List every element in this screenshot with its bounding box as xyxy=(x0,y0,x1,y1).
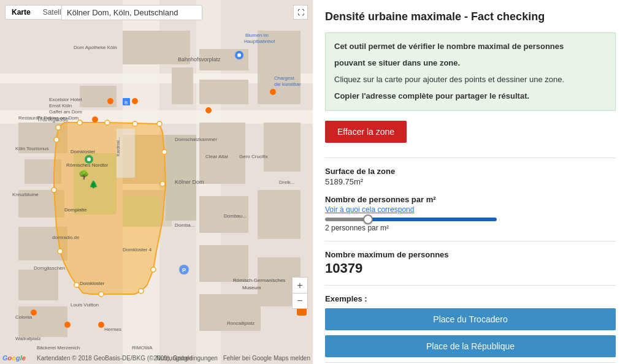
right-panel: Densité urbaine maximale - Fact checking… xyxy=(313,0,628,364)
map-search-input[interactable]: Kölner Dom, Köln, Deutschland xyxy=(61,5,202,20)
svg-text:Colonia: Colonia xyxy=(15,314,33,320)
surface-label: Surface de la zone xyxy=(325,167,616,176)
svg-rect-24 xyxy=(258,190,301,239)
svg-text:Bäckerei Merzenich: Bäckerei Merzenich xyxy=(37,345,80,351)
svg-point-31 xyxy=(77,120,82,125)
svg-text:B: B xyxy=(124,100,128,105)
divider-1 xyxy=(325,157,616,158)
map-footer-right: Nutzungsbedingungen Fehler bei Google Ma… xyxy=(156,355,310,362)
svg-point-37 xyxy=(151,267,156,272)
density-slider-container xyxy=(325,218,616,221)
svg-text:Chargest.: Chargest. xyxy=(274,75,296,81)
panel-title: Densité urbaine maximale - Fact checking xyxy=(325,10,616,24)
svg-point-35 xyxy=(162,150,167,154)
example-trocadero-button[interactable]: Place du Trocadero xyxy=(325,308,616,330)
svg-text:Hauptbahnhof: Hauptbahnhof xyxy=(244,39,275,44)
svg-text:die kunstbar: die kunstbar xyxy=(274,82,301,87)
svg-text:Ernst Köln: Ernst Köln xyxy=(49,103,72,108)
svg-rect-26 xyxy=(166,135,196,221)
examples-label: Exemples : xyxy=(325,294,616,303)
google-logo: Google xyxy=(2,354,26,362)
svg-text:Blumen im: Blumen im xyxy=(245,32,269,38)
svg-text:Domkloster: Domkloster xyxy=(71,149,96,154)
svg-text:Domplatte: Domplatte xyxy=(64,207,87,213)
svg-point-32 xyxy=(105,120,110,125)
info-box: Cet outil permet de vérifier le nombre m… xyxy=(325,32,616,110)
svg-text:Domschatzkammer: Domschatzkammer xyxy=(175,137,217,142)
svg-point-42 xyxy=(52,188,56,192)
svg-text:Römisch-Germanisches: Römisch-Germanisches xyxy=(233,278,285,283)
max-persons-block: Nombre maximum de personnes 10379 xyxy=(325,250,616,276)
max-persons-label: Nombre maximum de personnes xyxy=(325,250,616,259)
svg-rect-15 xyxy=(172,67,193,104)
svg-point-87 xyxy=(132,98,138,104)
svg-point-86 xyxy=(107,98,113,104)
svg-point-40 xyxy=(74,282,79,287)
svg-text:Clear Altar: Clear Altar xyxy=(205,154,229,159)
svg-text:Gaffel am Dom: Gaffel am Dom xyxy=(49,109,82,115)
svg-point-33 xyxy=(132,121,137,126)
svg-point-41 xyxy=(58,249,63,254)
map-zoom-controls: + − xyxy=(292,277,308,309)
surface-block: Surface de la zone 5189.75m² xyxy=(325,167,616,186)
density-label: Nombre de personnes par m² xyxy=(325,195,616,204)
svg-rect-9 xyxy=(18,270,58,300)
density-link[interactable]: Voir à quoi cela correspond xyxy=(325,205,616,214)
svg-rect-18 xyxy=(199,123,245,184)
svg-point-95 xyxy=(31,309,37,316)
svg-text:Kölner Dom: Kölner Dom xyxy=(175,179,204,185)
svg-point-34 xyxy=(157,121,162,126)
svg-point-91 xyxy=(270,89,276,95)
svg-point-88 xyxy=(92,116,98,123)
svg-text:Restaurant Peking am Dom: Restaurant Peking am Dom xyxy=(18,115,79,121)
svg-point-36 xyxy=(160,181,165,186)
svg-text:Wallrafplatz: Wallrafplatz xyxy=(15,336,41,341)
svg-text:🌳: 🌳 xyxy=(78,170,90,180)
fehler-link[interactable]: Fehler bei Google Maps melden xyxy=(223,355,310,362)
divider-4 xyxy=(325,362,616,363)
svg-text:Bahnhofsvorplatz: Bahnhofsvorplatz xyxy=(178,56,221,63)
svg-point-93 xyxy=(64,322,71,328)
svg-point-38 xyxy=(139,289,144,294)
svg-point-94 xyxy=(98,322,104,328)
map-container[interactable]: Trankgasse Köln Tourismus Domkloster Röm… xyxy=(0,0,313,364)
svg-point-39 xyxy=(99,292,104,297)
svg-text:P: P xyxy=(182,267,186,273)
tab-karte[interactable]: Karte xyxy=(6,6,37,19)
slider-thumb[interactable] xyxy=(363,214,373,224)
svg-text:Domkloster: Domkloster xyxy=(80,281,105,286)
svg-text:Köln Tourismus: Köln Tourismus xyxy=(15,146,49,151)
svg-point-43 xyxy=(54,137,59,142)
svg-point-83 xyxy=(237,53,241,57)
fullscreen-button[interactable]: ⛶ xyxy=(293,5,308,20)
svg-text:Dom Apotheke Köln: Dom Apotheke Köln xyxy=(74,45,117,50)
svg-text:Domgässchen: Domgässchen xyxy=(34,265,65,271)
info-line1: Cet outil permet de vérifier le nombre m… xyxy=(334,40,607,53)
svg-text:Louis Vuitton: Louis Vuitton xyxy=(71,302,99,308)
divider-2 xyxy=(325,241,616,241)
zoom-in-button[interactable]: + xyxy=(292,277,308,293)
svg-text:Dombau...: Dombau... xyxy=(224,213,247,219)
svg-text:Excelsior Hotel: Excelsior Hotel xyxy=(49,97,82,102)
clear-zone-button[interactable]: Effacer la zone xyxy=(325,121,407,143)
svg-text:Kardinal...: Kardinal... xyxy=(116,137,120,156)
svg-text:RIMOWA: RIMOWA xyxy=(132,345,153,351)
svg-text:Kreuzblume: Kreuzblume xyxy=(12,192,39,197)
slider-track xyxy=(325,218,497,221)
svg-point-92 xyxy=(205,107,212,113)
density-slider-value: 2 personnes par m² xyxy=(325,224,616,232)
zoom-out-button[interactable]: − xyxy=(292,293,308,309)
svg-rect-20 xyxy=(199,245,248,282)
svg-text:Museum: Museum xyxy=(242,285,261,290)
density-block: Nombre de personnes par m² Voir à quoi c… xyxy=(325,195,616,232)
surface-value: 5189.75m² xyxy=(325,177,616,186)
svg-text:domradio.de: domradio.de xyxy=(52,235,80,240)
svg-text:Hermes: Hermes xyxy=(104,327,121,332)
svg-rect-17 xyxy=(199,80,248,104)
svg-point-30 xyxy=(56,125,61,130)
svg-point-85 xyxy=(87,157,91,161)
example-republique-button[interactable]: Place de la République xyxy=(325,335,616,357)
nutzungsbedingungen-link[interactable]: Nutzungsbedingungen xyxy=(156,355,218,362)
svg-text:🌲: 🌲 xyxy=(89,180,98,189)
map-section: Trankgasse Köln Tourismus Domkloster Röm… xyxy=(0,0,313,364)
